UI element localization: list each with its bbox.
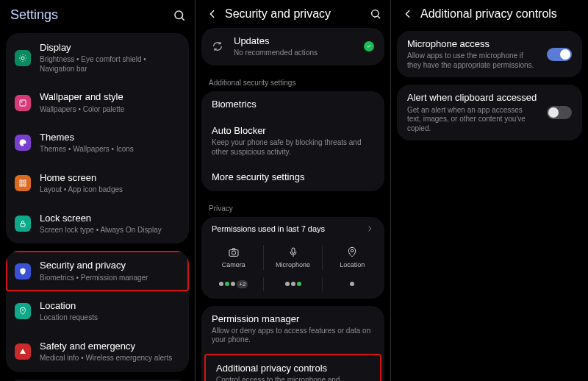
perm-apps-location bbox=[323, 277, 381, 291]
perm-col-location[interactable]: Location bbox=[323, 245, 381, 270]
item-sub: Themes • Wallpapers • Icons bbox=[40, 145, 179, 154]
permissions-bar[interactable]: Permissions used in last 7 days bbox=[201, 217, 384, 241]
perm-apps-microphone bbox=[264, 277, 323, 291]
back-icon[interactable] bbox=[401, 8, 415, 20]
check-icon bbox=[364, 41, 374, 51]
settings-item-lockscreen[interactable]: Lock screenScreen lock type • Always On … bbox=[6, 204, 189, 244]
item-title: Themes bbox=[40, 132, 179, 143]
home-icon bbox=[15, 175, 31, 191]
back-icon[interactable] bbox=[206, 8, 219, 20]
perm-label: Location bbox=[340, 261, 365, 268]
refresh-icon bbox=[212, 40, 225, 52]
settings-item-location[interactable]: LocationLocation requests bbox=[6, 291, 189, 332]
permission-manager-row[interactable]: Permission managerAllow or deny apps to … bbox=[201, 306, 384, 352]
additional-privacy-screen: Additional privacy controls Microphone a… bbox=[391, 0, 588, 381]
clipboard-toggle[interactable] bbox=[547, 106, 572, 119]
lock-icon bbox=[15, 216, 31, 232]
item-sub: Screen lock type • Always On Display bbox=[40, 226, 179, 235]
clipboard-alert-row[interactable]: Alert when clipboard accessedGet an aler… bbox=[397, 85, 582, 140]
item-title: Safety and emergency bbox=[40, 341, 179, 352]
item-sub: Control access to the microphone and cli… bbox=[216, 376, 370, 381]
item-title: Lock screen bbox=[40, 213, 179, 224]
item-sub: Biometrics • Permission manager bbox=[40, 274, 179, 283]
more-badge: +2 bbox=[237, 280, 248, 288]
svg-point-0 bbox=[175, 11, 183, 19]
svg-rect-8 bbox=[24, 184, 26, 186]
item-title: More security settings bbox=[212, 171, 304, 183]
microphone-icon bbox=[287, 246, 299, 258]
perm-label: Camera bbox=[222, 261, 245, 268]
item-title: Wallpaper and style bbox=[40, 91, 179, 103]
themes-icon bbox=[15, 135, 31, 151]
additional-privacy-row[interactable]: Additional privacy controlsControl acces… bbox=[204, 354, 381, 381]
chevron-right-icon bbox=[365, 224, 374, 233]
item-sub: Get an alert when an app accesses text, … bbox=[407, 106, 538, 134]
search-icon[interactable] bbox=[370, 8, 381, 20]
svg-rect-9 bbox=[21, 223, 25, 227]
settings-item-wallpaper[interactable]: Wallpaper and styleWallpapers • Color pa… bbox=[6, 82, 189, 123]
svg-rect-7 bbox=[20, 184, 22, 186]
item-title: Alert when clipboard accessed bbox=[407, 92, 538, 104]
section-label: Additional security settings bbox=[196, 73, 390, 91]
perm-col-camera[interactable]: Camera bbox=[204, 245, 264, 270]
svg-point-12 bbox=[372, 10, 379, 17]
svg-rect-3 bbox=[20, 100, 26, 106]
item-title: Auto Blocker bbox=[212, 125, 374, 137]
svg-point-4 bbox=[21, 101, 23, 102]
permission-apps: +2 bbox=[201, 274, 384, 299]
settings-item-themes[interactable]: ThemesThemes • Wallpapers • Icons bbox=[6, 123, 189, 163]
perm-label: Microphone bbox=[276, 261, 310, 268]
item-title: Additional privacy controls bbox=[216, 363, 370, 374]
permission-columns: Camera Microphone Location bbox=[201, 241, 384, 274]
item-sub: Allow or deny apps to access features or… bbox=[212, 327, 374, 345]
shield-icon bbox=[15, 263, 31, 279]
microphone-toggle[interactable] bbox=[547, 48, 572, 61]
display-icon bbox=[15, 50, 31, 66]
item-sub: Allow apps to use the microphone if they… bbox=[407, 51, 538, 70]
wallpaper-icon bbox=[15, 95, 31, 111]
autoblocker-row[interactable]: Auto BlockerKeep your phone safe by bloc… bbox=[201, 118, 384, 164]
location-icon bbox=[346, 246, 358, 258]
item-sub: Brightness • Eye comfort shield • Naviga… bbox=[40, 55, 179, 74]
item-title: Biometrics bbox=[212, 99, 257, 110]
svg-point-2 bbox=[21, 57, 24, 60]
item-sub: Medical info • Wireless emergency alerts bbox=[40, 354, 179, 363]
item-title: Display bbox=[40, 42, 179, 54]
item-title: Microphone access bbox=[407, 38, 538, 50]
perm-bar-title: Permissions used in last 7 days bbox=[212, 224, 325, 233]
page-title: Additional privacy controls bbox=[420, 7, 579, 21]
svg-rect-6 bbox=[24, 180, 26, 182]
item-title: Permission manager bbox=[212, 313, 374, 325]
item-sub: Wallpapers • Color palette bbox=[40, 105, 179, 115]
item-title: Home screen bbox=[40, 172, 179, 184]
perm-col-microphone[interactable]: Microphone bbox=[264, 245, 323, 270]
security-screen: Security and privacy UpdatesNo recommend… bbox=[196, 0, 391, 381]
page-title: Settings bbox=[10, 7, 58, 23]
settings-item-display[interactable]: DisplayBrightness • Eye comfort shield •… bbox=[6, 33, 189, 82]
emergency-icon bbox=[15, 343, 31, 360]
settings-item-safety[interactable]: Safety and emergencyMedical info • Wirel… bbox=[6, 332, 189, 372]
svg-point-17 bbox=[351, 249, 354, 252]
item-sub: No recommended actions bbox=[234, 49, 355, 58]
svg-line-1 bbox=[182, 18, 184, 20]
settings-item-security[interactable]: Security and privacyBiometrics • Permiss… bbox=[6, 251, 189, 291]
page-title: Security and privacy bbox=[225, 7, 364, 21]
settings-screen: Settings DisplayBrightness • Eye comfort… bbox=[0, 0, 196, 381]
updates-row[interactable]: UpdatesNo recommended actions bbox=[201, 28, 384, 65]
section-label: Privacy bbox=[196, 199, 390, 217]
item-sub: Layout • App icon badges bbox=[40, 185, 179, 195]
location-icon bbox=[15, 303, 31, 319]
svg-point-10 bbox=[22, 310, 24, 311]
item-sub: Location requests bbox=[40, 313, 179, 323]
item-title: Updates bbox=[234, 35, 355, 47]
more-security-row[interactable]: More security settings bbox=[201, 164, 384, 190]
biometrics-row[interactable]: Biometrics bbox=[201, 91, 384, 118]
item-title: Security and privacy bbox=[40, 260, 179, 271]
svg-point-15 bbox=[232, 251, 235, 254]
search-icon[interactable] bbox=[173, 9, 186, 22]
svg-line-13 bbox=[378, 16, 380, 18]
microphone-access-row[interactable]: Microphone accessAllow apps to use the m… bbox=[397, 31, 582, 77]
camera-icon bbox=[228, 246, 240, 258]
svg-rect-5 bbox=[20, 180, 22, 182]
settings-item-home[interactable]: Home screenLayout • App icon badges bbox=[6, 163, 189, 204]
